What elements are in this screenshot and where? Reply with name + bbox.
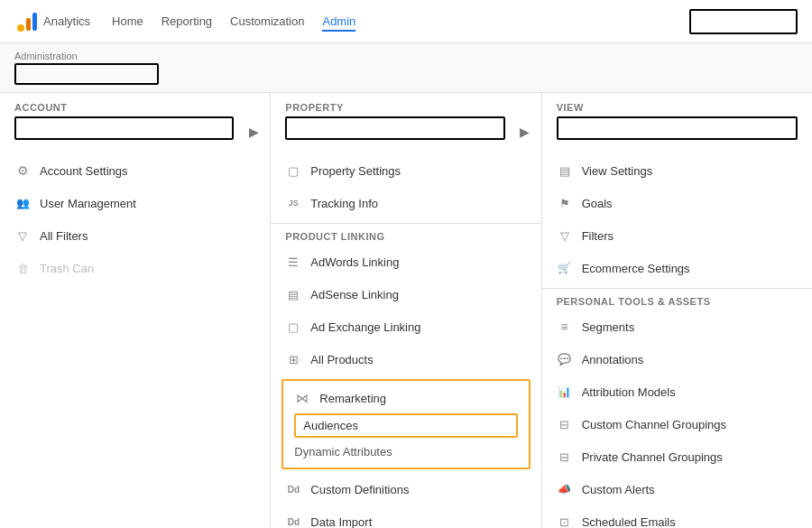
custom-def-icon [285,481,301,497]
annotations-label: Annotations [582,353,644,366]
adsense-item[interactable]: AdSense Linking [271,278,540,310]
private-channel-label: Private Channel Groupings [582,450,723,464]
view-filters-item[interactable]: Filters [542,219,812,252]
account-label: ACCOUNT [14,102,68,113]
custom-def-label: Custom Definitions [310,483,409,496]
view-selector[interactable] [557,116,798,140]
account-column: ACCOUNT ▶ Account Settings User Manageme… [0,93,271,528]
adexchange-icon [285,319,301,335]
columns-wrapper: ACCOUNT ▶ Account Settings User Manageme… [0,93,812,528]
property-selector[interactable] [285,116,504,140]
view-settings-label: View Settings [582,164,653,178]
annotations-item[interactable]: Annotations [542,343,812,375]
attribution-models-item[interactable]: Attribution Models [542,375,812,408]
view-filters-label: Filters [582,229,614,243]
logo-text: Analytics [43,14,90,28]
view-label: VIEW [557,102,584,113]
property-column: PROPERTY ▶ Property Settings Tracking In… [271,93,541,528]
scheduled-icon [557,514,573,528]
custom-channel-groupings-item[interactable]: Custom Channel Groupings [542,408,812,440]
property-arrow[interactable]: ▶ [516,123,534,141]
trash-icon [14,260,31,276]
view-column-header: VIEW [542,93,812,116]
svg-rect-2 [32,13,37,31]
sub-header: Administration [0,43,812,93]
all-products-label: All Products [310,353,373,366]
trash-can-label: Trash Can [40,262,94,275]
property-settings-item[interactable]: Property Settings [271,154,540,187]
goals-item[interactable]: Goals [542,187,812,219]
personal-tools-divider: PERSONAL TOOLS & ASSETS [542,288,812,310]
adwords-item[interactable]: AdWords Linking [271,245,540,278]
adsense-icon [285,286,301,302]
filter-icon [14,227,31,244]
view-selector-row [542,116,812,154]
custom-definitions-item[interactable]: Custom Definitions [271,473,540,505]
account-selector[interactable] [14,116,234,140]
custom-channel-label: Custom Channel Groupings [582,418,726,431]
property-settings-icon [285,162,301,179]
ecommerce-settings-item[interactable]: Ecommerce Settings [542,252,812,284]
alerts-icon [557,481,573,497]
view-settings-icon [557,162,573,179]
attribution-label: Attribution Models [582,385,676,399]
users-icon [14,195,31,211]
dynamic-attributes-item[interactable]: Dynamic Attributes [283,441,528,462]
all-products-icon [285,351,301,367]
nav-home[interactable]: Home [112,11,143,32]
remarketing-header[interactable]: Remarketing [283,386,528,410]
admin-selector-box[interactable] [14,63,159,85]
account-arrow[interactable]: ▶ [245,123,263,141]
svg-rect-1 [26,18,31,31]
top-nav: Analytics Home Reporting Customization A… [0,0,812,43]
user-management-item[interactable]: User Management [0,187,270,219]
top-right-search-box[interactable] [689,9,798,34]
nav-reporting[interactable]: Reporting [161,11,212,32]
account-settings-item[interactable]: Account Settings [0,154,270,187]
segments-item[interactable]: Segments [542,310,812,343]
attribution-icon [557,384,573,400]
tracking-info-item[interactable]: Tracking Info [271,187,540,219]
audiences-item[interactable]: Audiences [294,413,517,438]
nav-admin[interactable]: Admin [322,11,355,32]
account-settings-label: Account Settings [40,164,128,178]
remarketing-box: Remarketing Audiences Dynamic Attributes [281,379,530,469]
property-label: PROPERTY [285,102,344,113]
tracking-icon [285,195,301,211]
custom-alerts-label: Custom Alerts [582,483,655,496]
view-settings-item[interactable]: View Settings [542,154,812,187]
remarketing-icon [294,390,310,406]
logo-area: Analytics [14,9,90,34]
data-import-item[interactable]: Data Import [271,505,540,528]
view-filter-icon [557,227,573,244]
adexchange-label: Ad Exchange Linking [310,320,420,334]
nav-right [689,9,798,34]
audiences-label: Audiences [303,419,358,432]
account-column-header: ACCOUNT [0,93,270,116]
annotations-icon [557,351,573,367]
goals-icon [557,195,573,211]
custom-alerts-item[interactable]: Custom Alerts [542,473,812,505]
ecommerce-label: Ecommerce Settings [582,262,690,275]
all-filters-item[interactable]: All Filters [0,219,270,252]
view-column: VIEW View Settings Goals Filters Ecommer… [542,93,812,528]
segments-icon [557,319,573,335]
nav-customization[interactable]: Customization [230,11,304,32]
product-linking-divider: PRODUCT LINKING [271,223,540,245]
trash-can-item[interactable]: Trash Can [0,252,270,284]
property-selector-row: ▶ [271,116,540,154]
all-filters-label: All Filters [40,229,88,243]
adexchange-item[interactable]: Ad Exchange Linking [271,310,540,343]
property-settings-label: Property Settings [310,164,401,178]
scheduled-label: Scheduled Emails [582,515,676,529]
all-products-item[interactable]: All Products [271,343,540,375]
tracking-info-label: Tracking Info [310,197,378,210]
scheduled-emails-item[interactable]: Scheduled Emails [542,505,812,528]
nav-links: Home Reporting Customization Admin [112,11,689,32]
google-analytics-logo [14,9,40,34]
private-channel-groupings-item[interactable]: Private Channel Groupings [542,440,812,473]
adsense-label: AdSense Linking [310,288,399,301]
account-selector-row: ▶ [0,116,270,154]
custom-channel-icon [557,416,573,432]
settings-icon [14,162,31,179]
